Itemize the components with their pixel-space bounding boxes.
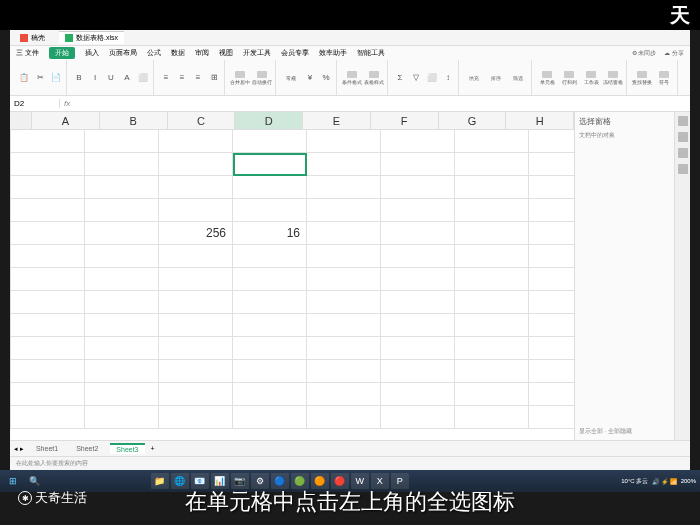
format-general[interactable]: 常规 [281, 71, 301, 85]
cell[interactable] [85, 245, 159, 268]
cell[interactable] [159, 337, 233, 360]
cell[interactable] [159, 314, 233, 337]
weather-widget[interactable]: 10°C 多云 [621, 477, 648, 486]
cell[interactable] [159, 199, 233, 222]
cell[interactable] [381, 199, 455, 222]
col-header-H[interactable]: H [506, 112, 574, 130]
cell[interactable] [307, 130, 381, 153]
cell[interactable] [159, 383, 233, 406]
cell[interactable] [455, 222, 529, 245]
underline-button[interactable]: U [104, 71, 118, 85]
panel-icon[interactable] [678, 116, 688, 126]
cell[interactable] [11, 383, 85, 406]
cell[interactable] [381, 337, 455, 360]
cell[interactable] [233, 291, 307, 314]
fx-icon[interactable]: fx [60, 99, 74, 108]
cell[interactable] [233, 268, 307, 291]
copy-icon[interactable]: 📄 [49, 71, 63, 85]
cell[interactable] [455, 268, 529, 291]
paste-icon[interactable]: 📋 [17, 71, 31, 85]
cell[interactable] [381, 314, 455, 337]
cell[interactable] [11, 130, 85, 153]
cell[interactable] [233, 383, 307, 406]
font-color-button[interactable]: A [120, 71, 134, 85]
cell[interactable] [529, 199, 574, 222]
cell[interactable] [529, 314, 574, 337]
menu-layout[interactable]: 页面布局 [109, 48, 137, 58]
cell[interactable] [529, 268, 574, 291]
cell[interactable] [529, 291, 574, 314]
menu-efficiency[interactable]: 效率助手 [319, 48, 347, 58]
menu-member[interactable]: 会员专享 [281, 48, 309, 58]
fill-color-button[interactable]: ⬜ [136, 71, 150, 85]
menu-review[interactable]: 审阅 [195, 48, 209, 58]
cell[interactable] [307, 222, 381, 245]
select-all-corner[interactable] [10, 112, 32, 130]
cell[interactable] [529, 337, 574, 360]
cell[interactable] [529, 130, 574, 153]
cell[interactable] [233, 176, 307, 199]
cell[interactable] [455, 291, 529, 314]
tray-icons[interactable]: 🔊 ⚡ 📶 [652, 478, 676, 485]
menu-dev[interactable]: 开发工具 [243, 48, 271, 58]
cell[interactable] [233, 314, 307, 337]
cell[interactable] [455, 360, 529, 383]
cell[interactable] [307, 314, 381, 337]
fill-button[interactable]: 填充 [464, 71, 484, 85]
cell[interactable] [381, 360, 455, 383]
cell[interactable] [455, 130, 529, 153]
sort-button[interactable]: 排序 [486, 71, 506, 85]
sheet-tab[interactable]: Sheet2 [70, 444, 104, 453]
cell[interactable] [381, 222, 455, 245]
cell[interactable] [381, 268, 455, 291]
menu-home[interactable]: 开始 [49, 47, 75, 59]
share-button[interactable]: ☁ 分享 [664, 49, 684, 58]
cell[interactable] [307, 406, 381, 429]
menu-smart[interactable]: 智能工具 [357, 48, 385, 58]
align-center-icon[interactable]: ≡ [175, 71, 189, 85]
sync-status[interactable]: ⚙ 未同步 [632, 49, 657, 58]
cell[interactable] [85, 337, 159, 360]
bold-button[interactable]: B [72, 71, 86, 85]
cell[interactable] [11, 222, 85, 245]
col-header-F[interactable]: F [371, 112, 439, 130]
cell[interactable] [159, 406, 233, 429]
cell[interactable] [529, 222, 574, 245]
align-left-icon[interactable]: ≡ [159, 71, 173, 85]
col-header-A[interactable]: A [32, 112, 100, 130]
tab-home[interactable]: 稿壳 [14, 32, 51, 44]
col-header-E[interactable]: E [303, 112, 371, 130]
cell[interactable] [233, 337, 307, 360]
cell[interactable] [307, 268, 381, 291]
cell[interactable] [455, 383, 529, 406]
cell[interactable] [159, 153, 233, 176]
cell[interactable] [85, 383, 159, 406]
panel-icon[interactable] [678, 164, 688, 174]
menu-insert[interactable]: 插入 [85, 48, 99, 58]
col-header-B[interactable]: B [100, 112, 168, 130]
sum-icon[interactable]: Σ [393, 71, 407, 85]
cell[interactable] [85, 176, 159, 199]
clear-icon[interactable]: ⬜ [425, 71, 439, 85]
cell[interactable] [307, 245, 381, 268]
cell[interactable] [159, 291, 233, 314]
cell[interactable] [85, 130, 159, 153]
cell[interactable] [381, 291, 455, 314]
cell[interactable] [85, 360, 159, 383]
tab-document[interactable]: 数据表格.xlsx [59, 31, 124, 44]
cell[interactable] [233, 360, 307, 383]
cell[interactable] [11, 268, 85, 291]
cell[interactable] [85, 153, 159, 176]
cell[interactable] [455, 314, 529, 337]
cell[interactable] [159, 268, 233, 291]
cell[interactable] [159, 176, 233, 199]
cell[interactable] [233, 199, 307, 222]
cell[interactable] [11, 199, 85, 222]
cell[interactable] [529, 245, 574, 268]
percent-button[interactable]: % [319, 71, 333, 85]
cell[interactable] [233, 130, 307, 153]
menu-view[interactable]: 视图 [219, 48, 233, 58]
cell[interactable] [85, 268, 159, 291]
cell[interactable] [455, 176, 529, 199]
cell[interactable] [307, 360, 381, 383]
